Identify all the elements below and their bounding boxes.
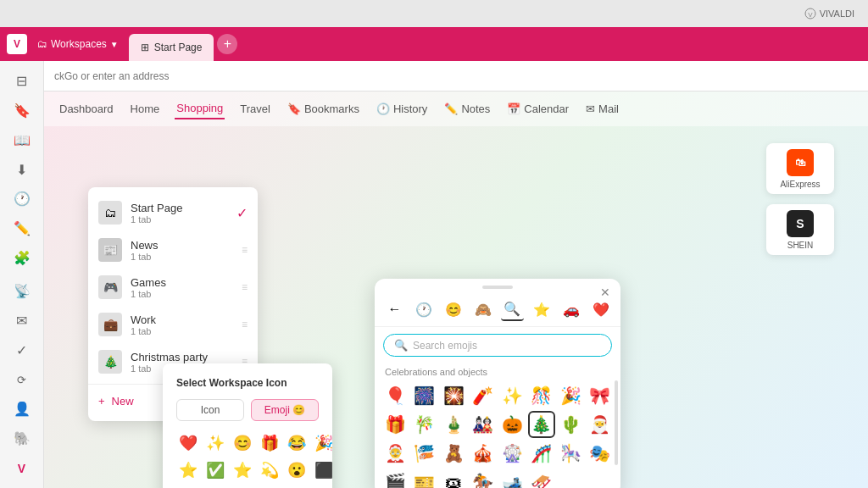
emoji-black[interactable]: ⬛ (312, 458, 336, 482)
emoji-dizzy[interactable]: 💫 (258, 458, 281, 482)
icon-tab-emoji[interactable]: Emoji 😊 (251, 399, 319, 421)
picker-emoji-ribbon[interactable]: 🎀 (587, 382, 614, 409)
sidebar-icon-reading[interactable]: 📖 (7, 127, 37, 153)
picker-emoji-pine[interactable]: 🎍 (440, 411, 467, 438)
picker-emoji-confetti[interactable]: 🎊 (528, 382, 555, 409)
picker-animals-icon[interactable]: 🙈 (471, 297, 494, 321)
workspace-games-drag: ≡ (242, 281, 248, 293)
sidebar-icon-mastodon[interactable]: 🐘 (7, 425, 37, 452)
address-input[interactable] (54, 70, 858, 82)
picker-emoji-ski[interactable]: 🎿 (498, 469, 526, 488)
picker-scrollbar[interactable] (615, 380, 618, 465)
tab-notes[interactable]: ✏️ Notes (442, 99, 492, 119)
picker-hearts-icon[interactable]: ❤️ (589, 297, 612, 321)
picker-emoji-fireworks[interactable]: 🎆 (411, 382, 438, 409)
tab-bookmarks[interactable]: 🔖 Bookmarks (286, 99, 361, 119)
picker-emoji-arts[interactable]: 🎭 (587, 440, 614, 467)
picker-emoji-party[interactable]: 🎉 (557, 382, 584, 409)
picker-emoji-firecracker[interactable]: 🧨 (470, 382, 497, 409)
workspace-news-drag: ≡ (242, 244, 248, 256)
emoji-gift[interactable]: 🎁 (258, 431, 281, 455)
picker-emoji-sled[interactable]: 🛷 (528, 469, 555, 488)
nav-tabs: Dashboard Home Shopping Travel 🔖 Bookmar… (44, 92, 868, 126)
picker-emoji-mrs-claus[interactable]: 🤶 (381, 440, 409, 467)
emoji-heart[interactable]: ❤️ (176, 431, 200, 455)
picker-emoji-pumpkin[interactable]: 🎃 (498, 411, 526, 438)
sidebar-icon-sync[interactable]: ⟳ (7, 367, 37, 393)
picker-emoji-circus[interactable]: 🎪 (470, 440, 497, 467)
sidebar-icon-vivaldi[interactable]: V (7, 455, 37, 481)
tab-shopping[interactable]: Shopping (175, 98, 225, 119)
emoji-smile[interactable]: 😊 (231, 431, 254, 455)
picker-emoji-ticket2[interactable]: 🎫 (411, 469, 438, 488)
tab-start-page[interactable]: ⊞ Start Page (129, 34, 214, 61)
vivaldi-menu-button[interactable]: V (7, 34, 27, 54)
dial-shein[interactable]: S SHEIN (766, 204, 834, 255)
dial-aliexpress[interactable]: 🛍 AliExpress (766, 143, 834, 194)
sidebar-icon-extensions[interactable]: 🧩 (7, 245, 37, 271)
emoji-wow[interactable]: 😮 (285, 458, 309, 482)
sidebar-icon-feeds[interactable]: 📡 (7, 278, 37, 304)
tab-calendar[interactable]: 📅 Calendar (505, 99, 570, 119)
picker-emoji-horse[interactable]: 🏇 (470, 469, 497, 488)
picker-emoji-cactus[interactable]: 🌵 (557, 411, 584, 438)
emoji-star3[interactable]: ⭐ (231, 458, 254, 482)
speed-dial-group: 🛍 AliExpress S SHEIN (766, 143, 834, 255)
sidebar-icon-notes[interactable]: ✏️ (7, 215, 37, 241)
workspace-item-games[interactable]: 🎮 Games 1 tab ≡ (88, 269, 258, 306)
workspace-news-icon: 📰 (98, 238, 122, 262)
picker-search-input[interactable] (413, 340, 601, 352)
picker-emoji-tanabata[interactable]: 🎋 (411, 411, 438, 438)
emoji-sparkles[interactable]: ✨ (203, 431, 227, 455)
picker-emoji-ferris[interactable]: 🎡 (498, 440, 526, 467)
emoji-picker: ✕ ← 🕐 😊 🙈 🔍 ⭐ 🚗 ❤️ 🔍 Celebrations and ob… (375, 279, 620, 488)
picker-emoji-sparkler[interactable]: 🎇 (440, 382, 467, 409)
picker-emoji-santa[interactable]: 🎅 (587, 411, 614, 438)
picker-emoji-tree[interactable]: 🎄 (528, 411, 555, 438)
workspace-chevron-icon: ▼ (110, 40, 119, 49)
sidebar-icon-tasks[interactable]: ✓ (7, 337, 37, 363)
bookmarks-nav-icon: 🔖 (287, 103, 301, 115)
picker-back-icon[interactable]: ← (383, 297, 406, 321)
tab-travel[interactable]: Travel (238, 99, 272, 119)
workspace-item-work[interactable]: 💼 Work 1 tab ≡ (88, 306, 258, 343)
sidebar-icon-mail[interactable]: ✉ (7, 308, 37, 334)
picker-emoji-balloon[interactable]: 🎈 (381, 382, 409, 409)
picker-objects-icon[interactable]: 🔍 (501, 297, 524, 321)
emoji-star2[interactable]: ⭐ (176, 458, 200, 482)
sidebar-icon-bookmarks[interactable]: 🔖 (7, 97, 37, 124)
picker-emoji-dolls[interactable]: 🎎 (470, 411, 497, 438)
picker-emoji-bear[interactable]: 🧸 (440, 440, 467, 467)
workspace-item-news[interactable]: 📰 News 1 tab ≡ (88, 231, 258, 269)
picker-emoji-carp[interactable]: 🎏 (411, 440, 438, 467)
picker-emoji-gift[interactable]: 🎁 (381, 411, 409, 438)
picker-emoji-coaster[interactable]: 🎢 (528, 440, 555, 467)
sidebar-icon-panels[interactable]: ⊟ (7, 68, 37, 94)
vivaldi-brand: V VIVALDI (804, 8, 854, 19)
picker-recent-icon[interactable]: 🕐 (413, 297, 436, 321)
sidebar-icon-downloads[interactable]: ⬇ (7, 157, 37, 183)
picker-travel-icon[interactable]: 🚗 (560, 297, 583, 321)
icon-tab-icon[interactable]: Icon (176, 399, 244, 421)
tab-home[interactable]: Home (129, 99, 162, 119)
picker-emoji-carousel[interactable]: 🎠 (557, 440, 584, 467)
emoji-check[interactable]: ✅ (203, 458, 227, 482)
workspaces-button[interactable]: 🗂 Workspaces ▼ (31, 35, 125, 53)
picker-emoji-ticket[interactable]: 🎟 (440, 469, 467, 488)
picker-close-button[interactable]: ✕ (600, 286, 610, 299)
tab-mail[interactable]: ✉ Mail (584, 99, 620, 119)
picker-symbols-icon[interactable]: ⭐ (531, 297, 554, 321)
tab-dashboard[interactable]: Dashboard (58, 99, 115, 119)
vivaldi-logo-icon: V (804, 8, 816, 19)
emoji-laugh[interactable]: 😂 (285, 431, 309, 455)
workspace-item-startpage[interactable]: 🗂 Start Page 1 tab ✓ (88, 194, 258, 231)
workspace-startpage-check: ✓ (236, 205, 248, 221)
picker-smileys-icon[interactable]: 😊 (442, 297, 465, 321)
picker-emoji-clapper[interactable]: 🎬 (381, 469, 409, 488)
emoji-party[interactable]: 🎉 (312, 431, 336, 455)
sidebar-icon-contacts[interactable]: 👤 (7, 396, 37, 422)
new-tab-button[interactable]: + (217, 34, 237, 54)
tab-history[interactable]: 🕐 History (375, 99, 429, 119)
sidebar-icon-history[interactable]: 🕐 (7, 186, 37, 212)
picker-emoji-sparkles[interactable]: ✨ (498, 382, 526, 409)
